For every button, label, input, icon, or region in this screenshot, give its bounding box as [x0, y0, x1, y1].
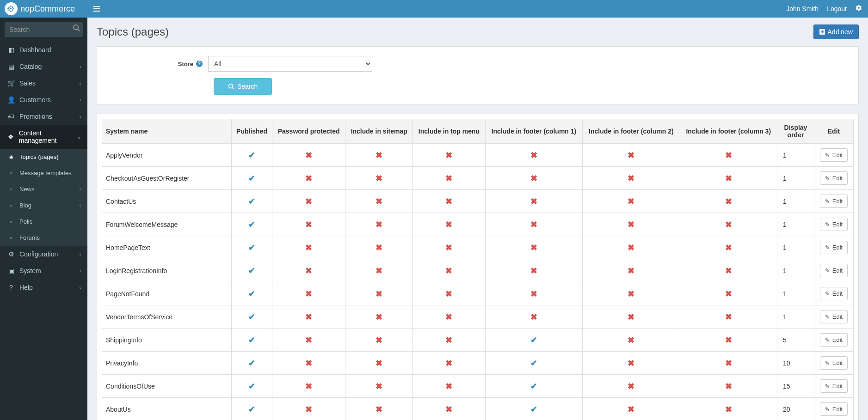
th-footer1[interactable]: Include in footer (column 1): [485, 119, 582, 144]
cell-footer2: ✖: [583, 167, 680, 190]
cell-display-order: 1: [777, 259, 814, 282]
sidebar-search-input[interactable]: [5, 22, 83, 37]
cell-footer3: ✖: [680, 236, 777, 259]
cell-system-name: ContactUs: [102, 190, 232, 213]
cell-password: ✖: [272, 236, 345, 259]
edit-button[interactable]: ✎ Edit: [820, 241, 848, 254]
chevron-left-icon: ‹: [80, 252, 81, 257]
topics-table: System name Published Password protected…: [102, 119, 854, 420]
x-icon: ✖: [376, 197, 382, 206]
chevron-left-icon: ‹: [80, 187, 81, 192]
help-tooltip-icon[interactable]: ?: [196, 61, 203, 67]
th-published[interactable]: Published: [232, 119, 272, 144]
x-icon: ✖: [376, 359, 382, 368]
edit-button[interactable]: ✎ Edit: [820, 310, 848, 323]
cube-icon: ▣: [6, 267, 16, 274]
x-icon: ✖: [628, 405, 634, 414]
edit-button[interactable]: ✎ Edit: [820, 402, 848, 416]
edit-button[interactable]: ✎ Edit: [820, 195, 848, 208]
cell-system-name: PageNotFound: [102, 282, 232, 305]
th-display-order[interactable]: Display order: [777, 119, 814, 144]
nav-blog[interactable]: ○Blog‹: [0, 197, 87, 213]
nav-configuration[interactable]: ⚙Configuration‹: [0, 246, 87, 262]
nav-help[interactable]: ?Help‹: [0, 279, 87, 296]
pencil-icon: ✎: [825, 175, 830, 182]
logout-link[interactable]: Logout: [827, 5, 847, 12]
cell-footer2: ✖: [583, 213, 680, 236]
sidebar-toggle[interactable]: [87, 0, 106, 18]
logo-icon: [5, 2, 18, 15]
x-icon: ✖: [530, 266, 537, 275]
cell-display-order: 20: [777, 398, 814, 420]
cell-topmenu: ✖: [413, 167, 486, 190]
edit-button[interactable]: ✎ Edit: [820, 287, 848, 300]
th-edit[interactable]: Edit: [814, 119, 854, 144]
cell-topmenu: ✖: [413, 375, 486, 398]
th-sitemap[interactable]: Include in sitemap: [345, 119, 413, 144]
cell-edit: ✎ Edit: [814, 398, 854, 420]
cell-footer3: ✖: [680, 305, 777, 329]
search-icon[interactable]: [73, 24, 80, 34]
nav-sales[interactable]: 🛒Sales‹: [0, 75, 87, 91]
cell-sitemap: ✖: [345, 213, 413, 236]
th-topmenu[interactable]: Include in top menu: [413, 119, 486, 144]
help-icon: ?: [6, 284, 16, 291]
check-icon: ✔: [530, 335, 537, 345]
th-password[interactable]: Password protected: [272, 119, 345, 144]
cell-topmenu: ✖: [413, 236, 486, 259]
cell-display-order: 1: [777, 190, 814, 213]
chevron-left-icon: ‹: [80, 64, 81, 69]
cell-sitemap: ✖: [345, 305, 413, 329]
cell-password: ✖: [272, 144, 345, 167]
logo[interactable]: nopCommerce: [0, 0, 87, 18]
th-system-name[interactable]: System name: [102, 119, 232, 144]
nav-news[interactable]: ○News‹: [0, 181, 87, 197]
nav-polls[interactable]: ○Polls: [0, 213, 87, 230]
edit-button[interactable]: ✎ Edit: [820, 356, 848, 370]
edit-button[interactable]: ✎ Edit: [820, 148, 848, 162]
cell-edit: ✎ Edit: [814, 144, 854, 167]
th-footer2[interactable]: Include in footer (column 2): [583, 119, 680, 144]
cell-topmenu: ✖: [413, 259, 486, 282]
x-icon: ✖: [530, 197, 537, 206]
edit-button[interactable]: ✎ Edit: [820, 218, 848, 231]
store-select[interactable]: All: [208, 56, 372, 72]
cell-edit: ✎ Edit: [814, 259, 854, 282]
edit-button[interactable]: ✎ Edit: [820, 171, 848, 185]
nav-forums[interactable]: ○Forums: [0, 230, 87, 246]
edit-button[interactable]: ✎ Edit: [820, 264, 848, 277]
cell-display-order: 1: [777, 282, 814, 305]
x-icon: ✖: [376, 382, 382, 391]
nav-content-management[interactable]: ❖Content management⌄: [0, 125, 87, 149]
chevron-left-icon: ‹: [80, 97, 81, 103]
user-link[interactable]: John Smith: [786, 5, 819, 12]
nav-customers[interactable]: 👤Customers‹: [0, 91, 87, 108]
cell-system-name: VendorTermsOfService: [102, 305, 232, 329]
nav-catalog[interactable]: ▤Catalog‹: [0, 58, 87, 75]
edit-button[interactable]: ✎ Edit: [820, 379, 848, 393]
nav-system[interactable]: ▣System‹: [0, 262, 87, 279]
search-button[interactable]: Search: [214, 78, 272, 95]
nav-topics[interactable]: ◉Topics (pages): [0, 149, 87, 165]
cell-footer1: ✔: [485, 352, 582, 375]
settings-icon[interactable]: [855, 5, 862, 13]
table-row: PageNotFound✔✖✖✖✖✖✖1✎ Edit: [102, 282, 854, 305]
x-icon: ✖: [376, 220, 382, 229]
x-icon: ✖: [628, 220, 634, 229]
x-icon: ✖: [445, 243, 452, 252]
nav-dashboard[interactable]: ◧Dashboard: [0, 42, 87, 58]
cart-icon: 🛒: [6, 79, 16, 87]
table-row: ApplyVendor✔✖✖✖✖✖✖1✎ Edit: [102, 144, 854, 167]
nav-message-templates[interactable]: ○Message templates: [0, 165, 87, 181]
add-new-button[interactable]: Add new: [813, 24, 859, 39]
cell-edit: ✎ Edit: [814, 305, 854, 329]
th-footer3[interactable]: Include in footer (column 3): [680, 119, 777, 144]
check-icon: ✔: [248, 405, 255, 414]
edit-button[interactable]: ✎ Edit: [820, 333, 848, 347]
table-row: ConditionsOfUse✔✖✖✖✔✖✖15✎ Edit: [102, 375, 854, 398]
nav-promotions[interactable]: 🏷Promotions‹: [0, 108, 87, 125]
table-header-row: System name Published Password protected…: [102, 119, 854, 144]
x-icon: ✖: [725, 220, 732, 229]
pencil-icon: ✎: [825, 406, 830, 413]
table-row: ForumWelcomeMessage✔✖✖✖✖✖✖1✎ Edit: [102, 213, 854, 236]
